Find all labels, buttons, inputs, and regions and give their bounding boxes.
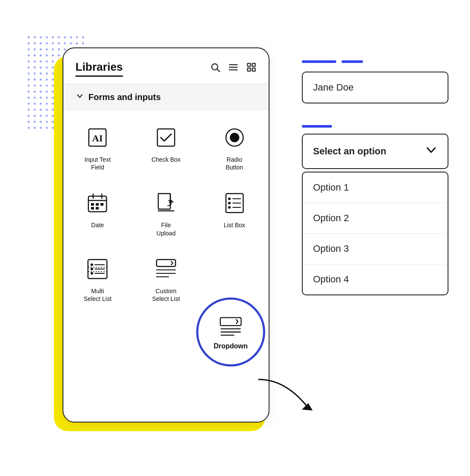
option-item-1[interactable]: Option 1 — [303, 172, 448, 203]
custom-select-icon — [153, 256, 179, 282]
svg-text:AI: AI — [92, 133, 103, 144]
select-dropdown[interactable]: Select an option — [302, 134, 448, 169]
svg-rect-21 — [91, 207, 94, 210]
dropdown-icon — [218, 313, 244, 339]
grid-item-file-upload[interactable]: FileUpload — [132, 180, 201, 245]
grid-item-custom-select-list[interactable]: CustomSelect List — [132, 246, 201, 311]
ai-text-icon: AI — [85, 125, 110, 150]
multi-select-icon — [85, 256, 110, 282]
dropdown-placeholder-icon — [222, 256, 248, 282]
list-view-icon[interactable] — [228, 62, 238, 75]
blue-dash-single-decoration — [302, 125, 332, 128]
option-item-4[interactable]: Option 4 — [303, 264, 448, 294]
radio-button-label: RadioButton — [226, 156, 243, 171]
dropdown-placeholder-label: Dropdown — [221, 287, 248, 295]
svg-point-28 — [228, 202, 231, 204]
check-box-label: Check Box — [151, 156, 181, 163]
svg-point-29 — [228, 206, 231, 209]
library-panel: Libraries — [63, 47, 269, 423]
section-header[interactable]: Forms and inputs — [63, 84, 269, 110]
svg-rect-22 — [96, 207, 99, 210]
svg-rect-23 — [158, 194, 170, 209]
checkbox-icon — [153, 125, 179, 150]
panel-header: Libraries — [63, 48, 269, 77]
svg-rect-8 — [252, 68, 255, 71]
svg-rect-7 — [248, 68, 251, 71]
grid-item-check-box[interactable]: Check Box — [132, 114, 201, 180]
grid-view-icon[interactable] — [246, 62, 257, 75]
svg-rect-5 — [248, 63, 251, 66]
svg-rect-18 — [91, 203, 94, 206]
svg-line-1 — [217, 69, 220, 72]
select-placeholder: Select an option — [313, 146, 386, 157]
grid-item-date[interactable]: Date — [63, 180, 132, 245]
custom-select-list-label: CustomSelect List — [152, 287, 180, 303]
search-icon[interactable] — [210, 62, 220, 75]
blue-dashes-decoration — [302, 60, 457, 63]
panel-title-underline — [75, 75, 123, 77]
svg-rect-19 — [96, 203, 99, 206]
file-upload-label: FileUpload — [157, 221, 175, 237]
file-upload-icon — [153, 190, 179, 216]
text-input-display[interactable]: Jane Doe — [302, 72, 448, 103]
svg-point-13 — [230, 133, 239, 142]
section-title: Forms and inputs — [88, 92, 161, 102]
multi-select-list-label: MultiSelect List — [84, 287, 112, 303]
radio-button-icon — [222, 125, 248, 150]
panel-title-area: Libraries — [75, 60, 123, 77]
svg-rect-20 — [100, 203, 103, 206]
date-label: Date — [91, 221, 104, 229]
dropdown-circle-highlight[interactable]: Dropdown — [196, 298, 265, 366]
input-text-field-label: Input TextField — [85, 156, 110, 171]
option-item-3[interactable]: Option 3 — [303, 234, 448, 264]
panel-title: Libraries — [75, 60, 123, 74]
svg-point-36 — [91, 272, 93, 275]
option-item-2[interactable]: Option 2 — [303, 203, 448, 234]
svg-marker-50 — [302, 403, 313, 410]
blue-dash-long — [302, 60, 336, 63]
date-icon — [85, 190, 110, 216]
svg-rect-11 — [157, 129, 175, 146]
items-grid: AI Input TextField Check Box — [63, 110, 269, 316]
chevron-down-icon — [425, 144, 437, 159]
section-chevron-icon — [75, 92, 84, 103]
grid-item-multi-select-list[interactable]: MultiSelect List — [63, 246, 132, 311]
blue-dash-short — [342, 60, 363, 63]
text-input-value: Jane Doe — [313, 82, 354, 93]
header-icons — [210, 62, 257, 75]
svg-point-27 — [228, 197, 231, 200]
grid-item-list-box[interactable]: List Box — [200, 180, 269, 245]
list-box-label: List Box — [224, 221, 245, 229]
options-list: Option 1 Option 2 Option 3 Option 4 — [302, 172, 448, 295]
grid-item-input-text-field[interactable]: AI Input TextField — [63, 114, 132, 180]
right-panel: Jane Doe Select an option Option 1 Optio… — [302, 60, 457, 295]
grid-item-radio-button[interactable]: RadioButton — [200, 114, 269, 180]
svg-rect-6 — [252, 63, 255, 66]
svg-point-35 — [91, 268, 93, 270]
svg-point-34 — [91, 263, 93, 266]
dropdown-label: Dropdown — [213, 342, 248, 351]
arrow-decoration — [250, 375, 328, 418]
list-box-icon — [222, 190, 248, 216]
